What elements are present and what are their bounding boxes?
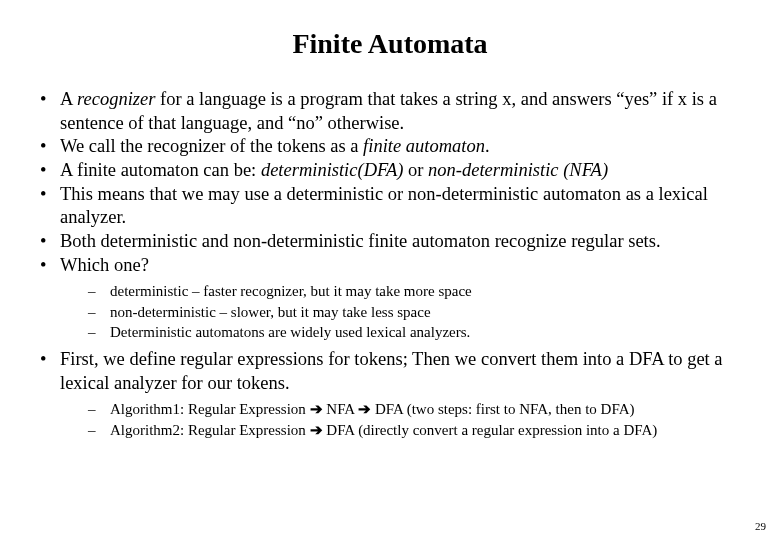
bullet-item: Both deterministic and non-deterministic…: [38, 230, 752, 254]
bullet-item: This means that we may use a determinist…: [38, 183, 752, 230]
text-italic: finite automaton: [363, 136, 485, 156]
sub-bullet-item: non-deterministic – slower, but it may t…: [88, 302, 752, 322]
text: deterministic – faster recognizer, but i…: [110, 283, 472, 299]
text: for a language is a program that takes a…: [60, 89, 717, 133]
sub-bullet-item: deterministic – faster recognizer, but i…: [88, 281, 752, 301]
text: Which one?: [60, 255, 149, 275]
text: non-deterministic – slower, but it may t…: [110, 304, 431, 320]
bullet-item: A recognizer for a language is a program…: [38, 88, 752, 135]
text: .: [485, 136, 490, 156]
text: NFA: [323, 401, 359, 417]
text-italic: recognizer: [77, 89, 155, 109]
bullet-list: A recognizer for a language is a program…: [20, 88, 760, 440]
sub-bullet-item: Deterministic automatons are widely used…: [88, 322, 752, 342]
text: A: [60, 89, 77, 109]
text: Algorithm2: Regular Expression: [110, 422, 310, 438]
text: This means that we may use a determinist…: [60, 184, 708, 228]
text: or: [408, 160, 428, 180]
arrow-icon: ➔: [310, 400, 323, 417]
bullet-item: Which one? deterministic – faster recogn…: [38, 254, 752, 342]
sub-bullet-list: Algorithm1: Regular Expression ➔ NFA ➔ D…: [60, 399, 752, 440]
text: A finite automaton can be:: [60, 160, 261, 180]
bullet-item: A finite automaton can be: deterministic…: [38, 159, 752, 183]
slide: Finite Automata A recognizer for a langu…: [0, 0, 780, 540]
text: We call the recognizer of the tokens as …: [60, 136, 363, 156]
arrow-icon: ➔: [358, 400, 371, 417]
text: DFA (two steps: first to NFA, then to DF…: [371, 401, 634, 417]
sub-bullet-item: Algorithm1: Regular Expression ➔ NFA ➔ D…: [88, 399, 752, 419]
text-italic: deterministic(DFA): [261, 160, 408, 180]
text-italic: non-deterministic (NFA): [428, 160, 608, 180]
slide-title: Finite Automata: [20, 28, 760, 60]
page-number: 29: [755, 520, 766, 532]
text: DFA (directly convert a regular expressi…: [323, 422, 658, 438]
text: Both deterministic and non-deterministic…: [60, 231, 661, 251]
sub-bullet-list: deterministic – faster recognizer, but i…: [60, 281, 752, 342]
sub-bullet-item: Algorithm2: Regular Expression ➔ DFA (di…: [88, 420, 752, 440]
text: Algorithm1: Regular Expression: [110, 401, 310, 417]
text: Deterministic automatons are widely used…: [110, 324, 470, 340]
text: First, we define regular expressions for…: [60, 349, 723, 393]
bullet-item: First, we define regular expressions for…: [38, 348, 752, 440]
arrow-icon: ➔: [310, 421, 323, 438]
bullet-item: We call the recognizer of the tokens as …: [38, 135, 752, 159]
